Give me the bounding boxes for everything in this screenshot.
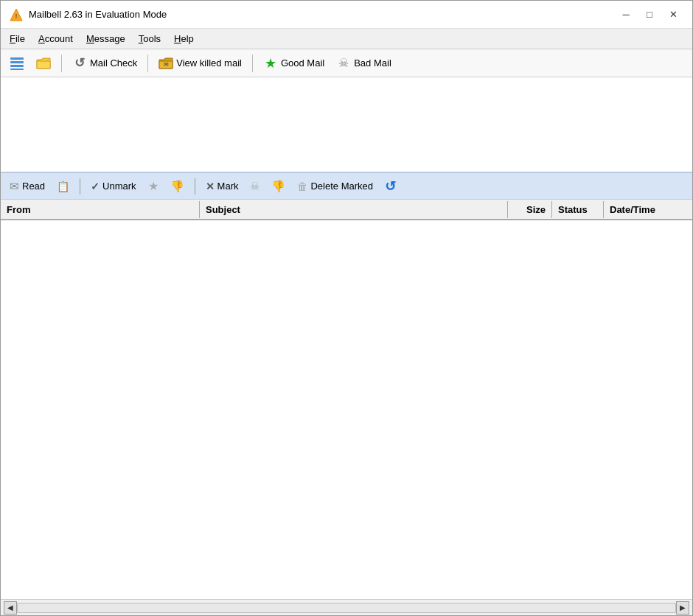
- refresh-button[interactable]: ↺: [380, 176, 400, 197]
- minimize-button[interactable]: ─: [616, 7, 636, 23]
- svg-rect-5: [10, 69, 24, 70]
- refresh-icon: ↺: [385, 178, 396, 195]
- toolbar-sep-2: [147, 55, 148, 72]
- list-toolbar-sep-1: [80, 178, 80, 195]
- list-view-button[interactable]: [5, 54, 29, 73]
- horizontal-scrollbar[interactable]: [17, 603, 676, 613]
- list-toolbar: ✉ Read 📋 ✓ Unmark ★ 👎 ✕ Mark ☠: [1, 173, 692, 200]
- col-header-datetime[interactable]: Date/Time: [604, 201, 692, 218]
- read-icon: ✉: [10, 180, 19, 193]
- delete-marked-icon: 🗑: [297, 181, 307, 192]
- mark-thumb-button[interactable]: 👎: [267, 178, 290, 195]
- svg-text:!: !: [15, 13, 18, 20]
- list-toolbar-sep-2: [195, 178, 195, 195]
- read-label: Read: [22, 181, 45, 192]
- menu-account-label: Account: [38, 33, 73, 44]
- toolbar-sep-3: [252, 55, 253, 72]
- list-view-icon: [10, 56, 24, 71]
- folder-button[interactable]: [32, 54, 55, 73]
- mark-skull-icon: ☠: [250, 180, 260, 193]
- unmark-thumb-button[interactable]: 👎: [166, 178, 189, 195]
- unmark-button[interactable]: ✓ Unmark: [86, 178, 141, 195]
- mark-x-icon: ✕: [206, 181, 215, 192]
- delete-marked-button[interactable]: 🗑 Delete Marked: [293, 178, 377, 195]
- unmark-star-button[interactable]: ★: [144, 177, 163, 195]
- email-list[interactable]: [1, 220, 692, 599]
- menu-tools[interactable]: Tools: [133, 31, 167, 46]
- view-killed-mail-label: View killed mail: [176, 57, 242, 69]
- toolbar-sep-1: [61, 55, 62, 72]
- main-toolbar: ↺ Mail Check ✉ View killed mail ★ Good M…: [1, 49, 692, 77]
- menu-file[interactable]: File: [4, 31, 31, 46]
- col-header-from[interactable]: From: [1, 201, 200, 218]
- menu-message[interactable]: Message: [80, 31, 131, 46]
- mail-check-icon: ↺: [72, 56, 87, 71]
- main-window: ! Mailbell 2.63 in Evaluation Mode ─ □ ✕…: [0, 0, 693, 616]
- menu-account[interactable]: Account: [32, 31, 79, 46]
- menu-file-label: File: [10, 33, 25, 44]
- mark-button[interactable]: ✕ Mark: [201, 178, 243, 195]
- mail-check-button[interactable]: ↺ Mail Check: [68, 54, 142, 73]
- col-header-size[interactable]: Size: [508, 201, 552, 218]
- killed-mail-icon: ✉: [159, 56, 173, 71]
- close-button[interactable]: ✕: [663, 7, 683, 23]
- title-bar-left: ! Mailbell 2.63 in Evaluation Mode: [10, 8, 167, 21]
- bad-mail-icon: ☠: [336, 56, 351, 71]
- good-mail-icon: ★: [263, 56, 278, 71]
- menu-help[interactable]: Help: [168, 31, 200, 46]
- menu-message-label: Message: [86, 33, 125, 44]
- maximize-button[interactable]: □: [639, 7, 660, 23]
- scroll-left-button[interactable]: ◀: [4, 601, 17, 615]
- unmark-label: Unmark: [102, 181, 136, 192]
- good-mail-button[interactable]: ★ Good Mail: [259, 54, 329, 73]
- unmark-check-icon: ✓: [91, 181, 100, 192]
- bad-mail-button[interactable]: ☠ Bad Mail: [332, 54, 396, 73]
- column-headers: From Subject Size Status Date/Time: [1, 200, 692, 220]
- bad-mail-label: Bad Mail: [354, 57, 391, 69]
- view-killed-mail-button[interactable]: ✉ View killed mail: [154, 54, 246, 73]
- svg-rect-2: [10, 57, 24, 60]
- title-bar: ! Mailbell 2.63 in Evaluation Mode ─ □ ✕: [1, 1, 692, 29]
- menu-tools-label: Tools: [139, 33, 161, 44]
- read-button[interactable]: ✉ Read: [5, 178, 49, 195]
- scroll-right-button[interactable]: ▶: [676, 601, 689, 615]
- window-controls: ─ □ ✕: [616, 7, 683, 23]
- mark-thumb-icon: 👎: [271, 180, 285, 193]
- copy-icon: 📋: [57, 181, 69, 192]
- folder-icon: [36, 56, 51, 71]
- window-title: Mailbell 2.63 in Evaluation Mode: [29, 9, 167, 20]
- mark-skull-button[interactable]: ☠: [245, 178, 264, 195]
- preview-pane: [1, 77, 692, 173]
- good-mail-label: Good Mail: [281, 57, 324, 69]
- mail-check-label: Mail Check: [90, 57, 137, 69]
- unmark-thumb-icon: 👎: [170, 180, 184, 193]
- svg-rect-3: [10, 61, 24, 63]
- mark-label: Mark: [217, 181, 239, 192]
- col-header-subject[interactable]: Subject: [200, 201, 508, 218]
- delete-marked-label: Delete Marked: [310, 181, 373, 192]
- unmark-star-icon: ★: [148, 179, 159, 193]
- col-header-status[interactable]: Status: [552, 201, 604, 218]
- menu-help-label: Help: [174, 33, 194, 44]
- copy-button[interactable]: 📋: [52, 178, 74, 195]
- menu-bar: File Account Message Tools Help: [1, 29, 692, 49]
- status-bar: ◀ ▶: [1, 599, 692, 615]
- app-icon: !: [10, 8, 23, 21]
- svg-rect-4: [10, 65, 24, 67]
- svg-text:✉: ✉: [164, 61, 169, 68]
